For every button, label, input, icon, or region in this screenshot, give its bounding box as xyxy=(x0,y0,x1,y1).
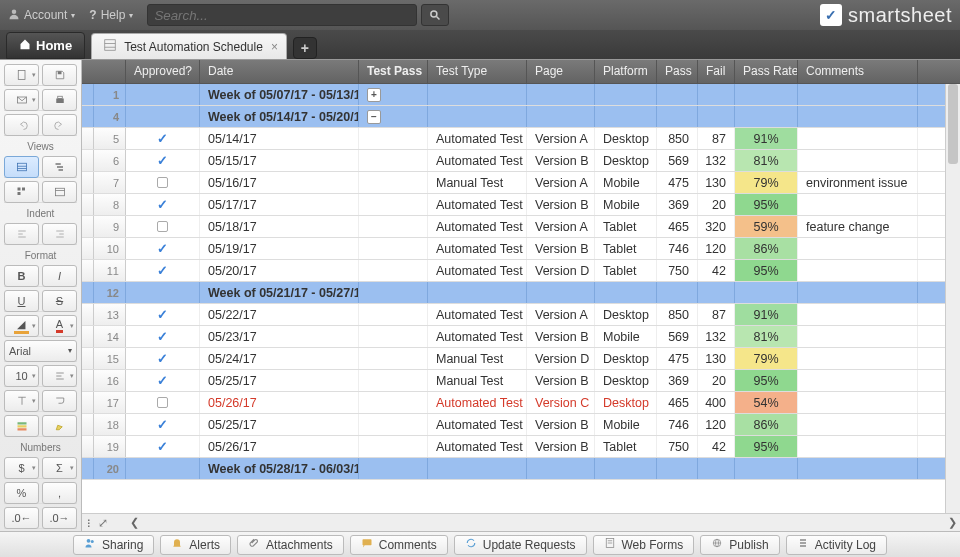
search-button[interactable] xyxy=(421,4,449,26)
approved-cell[interactable]: ✓ xyxy=(126,238,200,259)
approved-cell[interactable]: ✓ xyxy=(126,326,200,347)
scroll-right-icon[interactable]: ❯ xyxy=(944,516,960,529)
date-cell[interactable]: 05/19/17 xyxy=(200,238,359,259)
valign-button[interactable]: ▾ xyxy=(4,390,39,412)
gantt-view-button[interactable] xyxy=(42,156,77,178)
page-cell[interactable]: Version B xyxy=(527,194,595,215)
comment-cell[interactable]: environment issue xyxy=(798,172,918,193)
rate-cell[interactable]: 79% xyxy=(735,348,798,369)
page-cell[interactable]: Version B xyxy=(527,326,595,347)
add-tab-button[interactable]: + xyxy=(293,37,317,59)
pass-cell[interactable]: 850 xyxy=(657,304,698,325)
table-row[interactable]: 5✓05/14/17Automated TestVersion ADesktop… xyxy=(82,128,960,150)
platform-cell[interactable]: Mobile xyxy=(595,172,657,193)
account-link[interactable]: Account ▾ xyxy=(8,8,75,23)
date-cell[interactable]: 05/15/17 xyxy=(200,150,359,171)
platform-cell[interactable]: Desktop xyxy=(595,304,657,325)
type-cell[interactable]: Automated Test xyxy=(428,304,527,325)
redo-button[interactable] xyxy=(42,114,77,136)
pass-cell[interactable]: 750 xyxy=(657,436,698,457)
rate-cell[interactable]: 95% xyxy=(735,436,798,457)
card-view-button[interactable] xyxy=(4,181,39,203)
comment-cell[interactable] xyxy=(798,304,918,325)
col-testpass[interactable]: Test Pass xyxy=(359,60,428,83)
approved-cell[interactable]: ✓ xyxy=(126,304,200,325)
col-fail[interactable]: Fail xyxy=(698,60,735,83)
textcolor-button[interactable]: A▾ xyxy=(42,315,77,337)
date-cell[interactable]: 05/22/17 xyxy=(200,304,359,325)
type-cell[interactable]: Automated Test xyxy=(428,150,527,171)
pass-cell[interactable]: 369 xyxy=(657,370,698,391)
fail-cell[interactable]: 42 xyxy=(698,260,735,281)
toggle-icon[interactable]: − xyxy=(367,110,381,124)
underline-button[interactable]: U xyxy=(4,290,39,312)
date-cell[interactable]: 05/25/17 xyxy=(200,414,359,435)
comment-cell[interactable] xyxy=(798,238,918,259)
rate-cell[interactable]: 91% xyxy=(735,304,798,325)
comma-button[interactable]: , xyxy=(42,482,77,504)
sum-button[interactable]: Σ▾ xyxy=(42,457,77,479)
page-cell[interactable]: Version A xyxy=(527,216,595,237)
attach-toggle-icon[interactable]: ⫶ xyxy=(86,516,92,530)
fail-cell[interactable]: 20 xyxy=(698,194,735,215)
platform-cell[interactable]: Mobile xyxy=(595,194,657,215)
approved-cell[interactable]: ✓ xyxy=(126,194,200,215)
pass-cell[interactable]: 569 xyxy=(657,150,698,171)
currency-button[interactable]: $▾ xyxy=(4,457,39,479)
dec-inc-button[interactable]: .0← xyxy=(4,507,39,529)
webforms-button[interactable]: Web Forms xyxy=(593,535,695,555)
table-row[interactable]: 8✓05/17/17Automated TestVersion BMobile3… xyxy=(82,194,960,216)
type-cell[interactable]: Automated Test xyxy=(428,414,527,435)
fail-cell[interactable]: 130 xyxy=(698,172,735,193)
rate-cell[interactable]: 86% xyxy=(735,238,798,259)
pass-cell[interactable]: 746 xyxy=(657,414,698,435)
pass-cell[interactable]: 475 xyxy=(657,348,698,369)
cond-format-button[interactable] xyxy=(4,415,39,437)
outdent-button[interactable] xyxy=(4,223,39,245)
page-cell[interactable]: Version B xyxy=(527,150,595,171)
bold-button[interactable]: B xyxy=(4,265,39,287)
fontsize-select[interactable]: 10▾ xyxy=(4,365,39,387)
dec-dec-button[interactable]: .0→ xyxy=(42,507,77,529)
sharing-button[interactable]: Sharing xyxy=(73,535,154,555)
type-cell[interactable]: Manual Test xyxy=(428,172,527,193)
comment-cell[interactable] xyxy=(798,392,918,413)
platform-cell[interactable]: Tablet xyxy=(595,238,657,259)
percent-button[interactable]: % xyxy=(4,482,39,504)
fail-cell[interactable]: 130 xyxy=(698,348,735,369)
calendar-view-button[interactable] xyxy=(42,181,77,203)
page-cell[interactable]: Version A xyxy=(527,172,595,193)
page-cell[interactable]: Version D xyxy=(527,260,595,281)
type-cell[interactable]: Automated Test xyxy=(428,238,527,259)
pass-cell[interactable]: 750 xyxy=(657,260,698,281)
approved-cell[interactable]: ✓ xyxy=(126,128,200,149)
col-testtype[interactable]: Test Type xyxy=(428,60,527,83)
italic-button[interactable]: I xyxy=(42,265,77,287)
pass-cell[interactable]: 475 xyxy=(657,172,698,193)
rate-cell[interactable]: 86% xyxy=(735,414,798,435)
col-rate[interactable]: Pass Rate xyxy=(735,60,798,83)
rate-cell[interactable]: 91% xyxy=(735,128,798,149)
table-row[interactable]: 6✓05/15/17Automated TestVersion BDesktop… xyxy=(82,150,960,172)
rate-cell[interactable]: 54% xyxy=(735,392,798,413)
page-cell[interactable]: Version D xyxy=(527,348,595,369)
rate-cell[interactable]: 95% xyxy=(735,370,798,391)
rate-cell[interactable]: 79% xyxy=(735,172,798,193)
fail-cell[interactable]: 132 xyxy=(698,150,735,171)
table-row[interactable]: 19✓05/26/17Automated TestVersion BTablet… xyxy=(82,436,960,458)
strike-button[interactable]: S xyxy=(42,290,77,312)
date-cell[interactable]: 05/26/17 xyxy=(200,436,359,457)
page-cell[interactable]: Version A xyxy=(527,304,595,325)
platform-cell[interactable]: Desktop xyxy=(595,348,657,369)
scrollbar-vertical[interactable] xyxy=(945,84,960,513)
type-cell[interactable]: Automated Test xyxy=(428,392,527,413)
approved-cell[interactable] xyxy=(126,172,200,193)
pass-cell[interactable]: 569 xyxy=(657,326,698,347)
rate-cell[interactable]: 81% xyxy=(735,150,798,171)
platform-cell[interactable]: Tablet xyxy=(595,436,657,457)
type-cell[interactable]: Manual Test xyxy=(428,348,527,369)
pass-cell[interactable]: 369 xyxy=(657,194,698,215)
grid-body[interactable]: 1Week of 05/07/17 - 05/13/17+4Week of 05… xyxy=(82,84,960,513)
col-platform[interactable]: Platform xyxy=(595,60,657,83)
date-cell[interactable]: 05/16/17 xyxy=(200,172,359,193)
